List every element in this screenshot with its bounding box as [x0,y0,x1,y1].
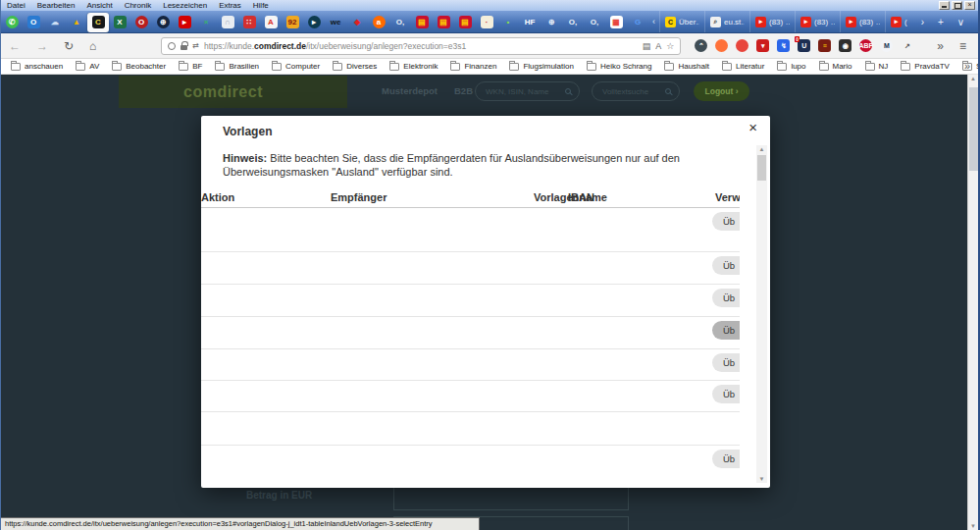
tab-youtube[interactable]: ▸ (83) … [795,11,840,32]
pinned-tab[interactable]: C [87,13,109,32]
pinned-tab[interactable]: G [627,13,648,32]
overflow-menu-icon[interactable]: » [929,39,952,53]
pinned-tab[interactable]: X [109,13,130,32]
table-row[interactable]: Üb [201,252,740,285]
forward-button[interactable]: → [28,39,56,53]
bookmark-folder[interactable]: BF [179,62,202,71]
red-ball-icon[interactable] [736,39,748,52]
hamburger-menu-icon[interactable]: ≡ [952,39,974,53]
pinned-tab[interactable]: O, [584,13,605,32]
pinned-tab[interactable]: a [368,13,389,32]
pinned-tab[interactable]: ▲ [66,13,87,32]
bookmark-folder[interactable]: Literatur [722,62,764,71]
scroll-tabs-left-icon[interactable]: ‹ [648,17,659,26]
reload-button[interactable]: ↻ [56,39,81,53]
site-info-icon[interactable] [168,42,176,50]
bookmark-folder[interactable]: NJ [865,62,889,71]
reader-mode-icon[interactable]: ▤ [643,41,651,51]
bookmark-folder[interactable]: Haushalt [664,62,709,71]
menu-item[interactable]: Ansicht [80,1,118,10]
translate-icon[interactable]: A [655,41,661,51]
uebernehmen-button[interactable]: Üb [712,450,740,468]
home-button[interactable]: ⌂ [81,39,104,53]
pinned-tab[interactable]: ▸ [303,13,325,32]
page-scrollbar[interactable]: ▲ ▼ [967,75,978,530]
tab-search-eust[interactable]: ⌕ eu.st… [704,11,749,32]
uebernehmen-button[interactable]: Üb [712,212,740,231]
ublock-icon[interactable]: U0 [798,39,810,52]
scrollbar-thumb[interactable] [969,87,978,171]
table-row[interactable]: Üb [201,317,740,349]
scroll-up-icon[interactable]: ▲ [968,76,978,81]
fulltext-search-input[interactable]: Volltextsuche [592,81,680,101]
close-dialog-icon[interactable]: × [748,120,757,134]
menu-item[interactable]: Hilfe [247,1,275,10]
musterdepot-link[interactable]: Musterdepot [382,85,438,96]
share-icon[interactable]: ↗ [901,39,913,52]
scrollbar-thumb[interactable] [757,155,766,181]
scroll-up-icon[interactable]: ▲ [756,146,767,152]
dialog-scrollbar[interactable]: ▲ ▼ [756,145,767,483]
bookmark-folder[interactable]: PravdaTV [901,62,950,71]
pinned-tab[interactable]: ∩ [217,13,238,32]
list-all-tabs-icon[interactable]: ∨ [951,17,971,27]
table-row[interactable]: Üb [201,381,740,412]
striped-case-icon[interactable]: ≡ [818,39,831,52]
bookmark-folder[interactable]: Finanzen [450,62,496,71]
menu-item[interactable]: Chronik [119,1,158,10]
bookmark-folder[interactable]: lupo [777,62,805,71]
bookmark-folder[interactable]: Diverses [333,62,377,71]
pinned-tab[interactable]: ▤ [433,13,454,32]
restore-button[interactable] [952,1,962,10]
orange-ball-icon[interactable] [715,39,728,52]
camera-icon[interactable]: ◉ [839,39,851,52]
uebernehmen-button[interactable]: Üb [712,353,740,372]
pinned-tab[interactable]: A [260,13,282,32]
bookmark-folder[interactable]: Heiko Schrang [587,62,651,71]
bookmark-folder[interactable]: Flugsimulation [509,62,574,71]
menu-item[interactable]: Bearbeiten [31,1,81,10]
scroll-down-icon[interactable]: ▼ [756,476,767,482]
malwarebytes-icon[interactable]: M [880,39,893,52]
tab-youtube[interactable]: ▸ ( [885,11,912,32]
table-row[interactable]: Üb [201,446,740,484]
pinned-tab[interactable]: HF [519,13,541,32]
pinned-tab[interactable]: ☁ [44,13,66,32]
updown-arrow-icon[interactable]: ⌃ [695,39,707,52]
bookmark-folder[interactable]: Mario [819,62,852,71]
lightning-icon[interactable]: ↯ [777,39,790,52]
permissions-icon[interactable]: ⇄ [192,41,199,50]
bookmark-star-icon[interactable]: ☆ [666,41,674,51]
uebernehmen-button[interactable]: Üb [712,321,740,340]
uebernehmen-button[interactable]: Üb [712,256,740,275]
bookmark-folder[interactable]: Elektronik [389,62,438,71]
bookmark-folder[interactable]: Brasilien [215,62,259,71]
pinned-tab[interactable]: ✆ [1,13,23,32]
bookmarks-overflow-icon[interactable]: » [964,60,970,72]
logout-button[interactable]: Logout › [694,81,749,101]
tab-comdirect-ueberweisung[interactable]: C Über… [659,11,704,32]
scroll-down-icon[interactable]: ▼ [968,523,978,529]
adblock-plus-icon[interactable]: ABP [859,39,872,52]
menu-item[interactable]: Lesezeichen [157,1,213,10]
bookmark-folder[interactable]: Beobachter [112,62,166,71]
menu-item[interactable]: Datei [1,1,31,10]
pinned-tab[interactable]: ▤ [411,13,433,32]
table-row[interactable]: Üb [201,285,740,317]
uebernehmen-button[interactable]: Üb [712,385,740,403]
b2b-link[interactable]: B2B [454,85,473,96]
url-bar[interactable]: ⇄ https://kunde.comdirect.de/itx/ueberwe… [161,37,681,55]
pinned-tab[interactable]: O, [562,13,584,32]
wkn-search-input[interactable]: WKN, ISIN, Name [475,81,580,101]
uebernehmen-button[interactable]: Üb [712,289,740,307]
bookmark-folder[interactable]: anschauen [11,62,63,71]
bookmark-folder[interactable]: Computer [272,62,320,71]
comdirect-logo[interactable]: comdirect [119,76,347,108]
pinned-tab[interactable]: O [130,13,152,32]
pinned-tab[interactable]: ▦ [605,13,627,32]
pinned-tab[interactable]: we [325,13,346,32]
menu-item[interactable]: Extras [213,1,247,10]
pinned-tab[interactable]: 92 [282,13,303,32]
pinned-tab[interactable]: ⊕ [541,13,562,32]
video-download-icon[interactable]: ▾ [756,39,769,52]
